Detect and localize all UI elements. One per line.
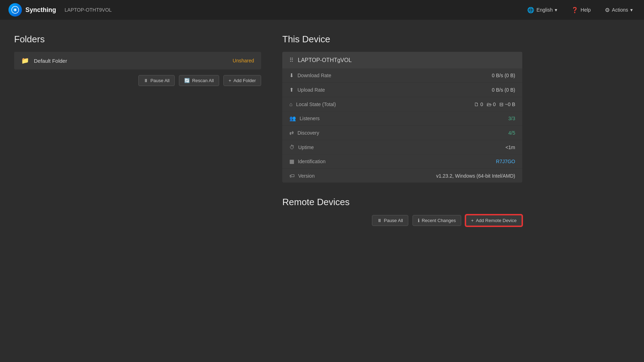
device-row-uptime: ⏱ Uptime <1m [282,140,522,154]
pause-icon: ⏸ [144,78,148,83]
listeners-value: 3/3 [508,116,515,121]
discovery-icon: ⇄ [289,130,294,136]
right-panel: This Device ⠿ LAPTOP-OTHTgVOL ⬇ Download… [282,34,522,226]
recent-changes-button[interactable]: ℹ Recent Changes [413,215,461,226]
remote-devices-title: Remote Devices [282,197,522,208]
local-state-label: ⌂ Local State (Total) [289,101,336,107]
device-row-download: ⬇ Download Rate 0 B/s (0 B) [282,68,522,83]
uptime-value: <1m [505,145,515,150]
help-button[interactable]: ❓ Help [568,5,594,15]
download-rate-value: 0 B/s (0 B) [492,73,515,78]
folder-count-icon: 🗁 [487,102,492,107]
local-state-value: 🗋 0 🗁 0 ⊟ ~0 B [474,102,515,107]
device-card-body: ⬇ Download Rate 0 B/s (0 B) ⬆ Upload Rat… [282,68,522,183]
navbar-left: Syncthing LAPTOP-OTHT9VOL [8,3,112,17]
rescan-all-label: Rescan All [192,78,213,83]
version-icon: 🏷 [289,173,295,179]
help-icon: ❓ [571,7,578,13]
identification-icon: ▦ [289,158,294,165]
folder-name: Default Folder [34,58,67,64]
language-label: English [536,7,553,13]
app-logo: Syncthing [8,3,56,17]
version-value: v1.23.2, Windows (64-bit Intel/AMD) [436,173,515,179]
device-row-identification: ▦ Identification R7J7GO [282,154,522,169]
device-row-listeners: 👥 Listeners 3/3 [282,111,522,126]
listeners-icon: 👥 [289,115,296,122]
app-brand: Syncthing [25,6,56,14]
device-dots-icon: ⠿ [289,57,294,63]
device-row-local-state: ⌂ Local State (Total) 🗋 0 🗁 0 ⊟ ~0 B [282,97,522,111]
identification-text: Identification [298,159,326,164]
identification-value: R7J7GO [496,159,515,164]
pause-all-folders-button[interactable]: ⏸ Pause All [138,75,175,86]
actions-button[interactable]: ⚙ Actions ▾ [602,5,636,15]
help-label: Help [580,7,591,13]
discovery-text: Discovery [297,130,319,136]
version-label: 🏷 Version [289,173,315,179]
listeners-label: 👥 Listeners [289,115,320,122]
download-rate-label: ⬇ Download Rate [289,72,331,79]
this-device-card: ⠿ LAPTOP-OTHTgVOL ⬇ Download Rate 0 B/s … [282,52,522,183]
upload-rate-text: Upload Rate [297,87,325,93]
version-text: Version [298,173,315,179]
add-folder-button[interactable]: + Add Folder [223,75,261,86]
add-remote-label: Add Remote Device [476,218,517,223]
folder-actions: ⏸ Pause All 🔄 Rescan All + Add Folder [14,75,261,86]
recent-changes-label: Recent Changes [422,218,456,223]
folders-title: Folders [14,34,261,45]
pause-all-label: Pause All [150,78,169,83]
navbar-right: 🌐 English ▾ ❓ Help ⚙ Actions ▾ [524,5,636,15]
folder-item-left: 📁 Default Folder [21,57,67,65]
discovery-label: ⇄ Discovery [289,130,319,136]
actions-chevron-icon: ▾ [630,7,633,13]
uptime-label: ⏱ Uptime [289,144,314,150]
device-card-header: ⠿ LAPTOP-OTHTgVOL [282,52,522,68]
folder-status: Unshared [233,58,254,63]
device-row-version: 🏷 Version v1.23.2, Windows (64-bit Intel… [282,169,522,183]
pause-all-remote-button[interactable]: ⏸ Pause All [372,215,408,226]
listeners-text: Listeners [300,116,320,121]
navbar-device-name: LAPTOP-OTHT9VOL [65,7,112,13]
actions-label: Actions [612,7,628,13]
upload-rate-label: ⬆ Upload Rate [289,87,325,93]
device-row-upload: ⬆ Upload Rate 0 B/s (0 B) [282,83,522,97]
navbar: Syncthing LAPTOP-OTHT9VOL 🌐 English ▾ ❓ … [0,0,644,20]
remote-actions: ⏸ Pause All ℹ Recent Changes + Add Remot… [282,215,522,226]
language-button[interactable]: 🌐 English ▾ [524,5,560,15]
folder-icon: 📁 [21,57,29,65]
language-chevron-icon: ▾ [555,7,557,13]
local-folders: 🗁 0 [487,102,496,107]
add-folder-label: Add Folder [233,78,256,83]
pause-all-remote-label: Pause All [384,218,403,223]
local-state-text: Local State (Total) [296,102,336,107]
rescan-icon: 🔄 [184,78,190,83]
local-state-icon: ⌂ [289,101,293,107]
info-icon: ℹ [418,218,420,223]
rescan-all-button[interactable]: 🔄 Rescan All [179,75,219,86]
download-rate-text: Download Rate [297,73,331,78]
pause-remote-icon: ⏸ [377,218,382,223]
add-remote-device-button[interactable]: + Add Remote Device [465,215,522,226]
main-content: Folders 📁 Default Folder Unshared ⏸ Paus… [0,20,644,240]
folders-panel: Folders 📁 Default Folder Unshared ⏸ Paus… [14,34,261,226]
uptime-icon: ⏱ [289,144,295,150]
upload-icon: ⬆ [289,87,294,93]
device-row-discovery: ⇄ Discovery 4/5 [282,126,522,140]
device-card-name: LAPTOP-OTHTgVOL [298,57,352,63]
svg-point-2 [14,9,16,11]
file-icon: 🗋 [474,102,479,107]
folder-item[interactable]: 📁 Default Folder Unshared [14,52,261,69]
upload-rate-value: 0 B/s (0 B) [492,87,515,93]
local-files: 🗋 0 [474,102,483,107]
download-icon: ⬇ [289,72,294,79]
globe-icon: 🌐 [527,7,534,13]
local-size: ⊟ ~0 B [499,102,515,107]
uptime-text: Uptime [298,145,314,150]
disk-icon: ⊟ [499,102,504,107]
add-remote-icon: + [471,218,474,223]
identification-label: ▦ Identification [289,158,326,165]
discovery-value: 4/5 [508,130,515,136]
logo-icon [8,3,22,17]
add-folder-icon: + [229,78,231,83]
this-device-title: This Device [282,34,522,45]
